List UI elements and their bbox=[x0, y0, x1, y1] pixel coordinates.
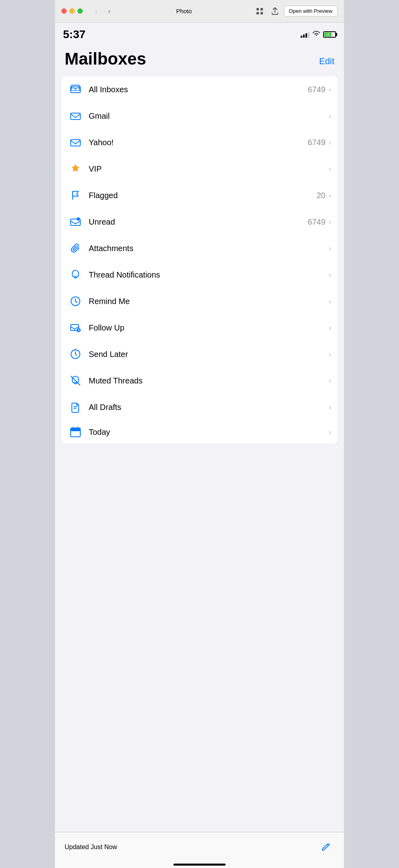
bar1 bbox=[301, 36, 302, 38]
mailbox-label: Follow Up bbox=[89, 323, 326, 333]
list-item[interactable]: Yahoo! 6749 › bbox=[61, 129, 338, 156]
mailbox-label: Flagged bbox=[89, 191, 317, 200]
list-item[interactable]: Flagged 20 › bbox=[61, 182, 338, 209]
updated-text: Updated Just Now bbox=[65, 844, 117, 851]
grid-view-icon[interactable] bbox=[253, 5, 266, 18]
all-drafts-icon bbox=[68, 400, 83, 415]
mailbox-label: VIP bbox=[89, 164, 326, 174]
minimize-button[interactable] bbox=[69, 8, 75, 14]
list-item[interactable]: Remind Me › bbox=[61, 288, 338, 314]
chevron-icon: › bbox=[329, 377, 331, 385]
chevron-icon: › bbox=[329, 165, 331, 173]
svg-rect-0 bbox=[256, 8, 259, 10]
signal-bars-icon bbox=[301, 31, 309, 38]
toolbar-title: Photo bbox=[118, 8, 250, 14]
wifi-icon bbox=[312, 30, 321, 39]
mailbox-label: Send Later bbox=[89, 350, 326, 359]
mailbox-count: 20 bbox=[317, 191, 326, 200]
thread-notifications-icon bbox=[68, 267, 83, 282]
list-item[interactable]: Unread 6749 › bbox=[61, 209, 338, 235]
flagged-icon bbox=[68, 188, 83, 203]
status-time: 5:37 bbox=[63, 28, 86, 41]
unread-icon bbox=[68, 214, 83, 229]
chevron-icon: › bbox=[329, 350, 331, 359]
chevron-icon: › bbox=[329, 191, 331, 200]
list-item[interactable]: Thread Notifications › bbox=[61, 262, 338, 288]
today-icon bbox=[68, 424, 83, 440]
remind-me-icon bbox=[68, 294, 83, 309]
mailbox-list: All Inboxes 6749 › Gmail › bbox=[61, 76, 338, 444]
gmail-icon bbox=[68, 108, 83, 124]
svg-rect-7 bbox=[71, 140, 80, 146]
edit-button[interactable]: Edit bbox=[319, 56, 334, 67]
mailbox-label: Attachments bbox=[89, 244, 326, 253]
content-area: Mailboxes Edit All Inboxes 6749 › bbox=[55, 47, 344, 849]
list-item[interactable]: Send Later › bbox=[61, 341, 338, 367]
mailbox-label: Muted Threads bbox=[89, 376, 326, 385]
svg-point-9 bbox=[77, 217, 80, 221]
mailbox-label: Thread Notifications bbox=[89, 270, 326, 280]
svg-rect-6 bbox=[71, 113, 80, 120]
chevron-icon: › bbox=[329, 271, 331, 279]
mailbox-count: 6749 bbox=[308, 217, 326, 227]
mac-toolbar: ‹ › Photo Open with Preview bbox=[55, 0, 344, 22]
list-item[interactable]: Muted Threads › bbox=[61, 367, 338, 394]
home-indicator bbox=[173, 864, 226, 866]
all-inboxes-icon bbox=[68, 82, 83, 97]
compose-button[interactable] bbox=[318, 839, 334, 855]
chevron-icon: › bbox=[329, 85, 331, 94]
header-row: Mailboxes Edit bbox=[55, 47, 344, 73]
svg-rect-15 bbox=[71, 428, 80, 431]
battery-icon: ⚡ bbox=[323, 31, 336, 38]
list-item[interactable]: Today › bbox=[61, 420, 338, 444]
mailbox-label: Remind Me bbox=[89, 297, 326, 306]
follow-up-icon bbox=[68, 320, 83, 335]
bar3 bbox=[305, 33, 307, 38]
yahoo-icon bbox=[68, 135, 83, 150]
chevron-icon: › bbox=[329, 138, 331, 147]
list-item[interactable]: Attachments › bbox=[61, 235, 338, 262]
svg-rect-3 bbox=[261, 12, 263, 14]
mailbox-count: 6749 bbox=[308, 85, 326, 94]
back-arrow[interactable]: ‹ bbox=[91, 6, 102, 17]
traffic-lights bbox=[61, 8, 83, 14]
list-item[interactable]: Follow Up › bbox=[61, 314, 338, 341]
mailbox-label: Today bbox=[89, 428, 326, 437]
bar2 bbox=[303, 34, 305, 38]
mailbox-label: Unread bbox=[89, 217, 308, 227]
maximize-button[interactable] bbox=[77, 8, 83, 14]
mailbox-label: All Drafts bbox=[89, 403, 326, 412]
attachments-icon bbox=[68, 241, 83, 256]
bottom-bar: Updated Just Now bbox=[55, 832, 344, 868]
chevron-icon: › bbox=[329, 218, 331, 226]
vip-star-icon bbox=[68, 161, 83, 176]
mailbox-label: All Inboxes bbox=[89, 85, 308, 94]
share-icon[interactable] bbox=[269, 5, 281, 18]
chevron-icon: › bbox=[329, 428, 331, 436]
chevron-icon: › bbox=[329, 244, 331, 253]
list-item[interactable]: Gmail › bbox=[61, 103, 338, 129]
chevron-icon: › bbox=[329, 324, 331, 332]
chevron-icon: › bbox=[329, 297, 331, 306]
list-item[interactable]: VIP › bbox=[61, 156, 338, 182]
nav-arrows: ‹ › bbox=[91, 6, 115, 17]
close-button[interactable] bbox=[61, 8, 67, 14]
mailbox-count: 6749 bbox=[308, 138, 326, 147]
svg-rect-2 bbox=[256, 12, 259, 14]
open-preview-button[interactable]: Open with Preview bbox=[284, 6, 338, 16]
mailbox-label: Gmail bbox=[89, 112, 326, 121]
forward-arrow[interactable]: › bbox=[104, 6, 115, 17]
status-icons: ⚡ bbox=[301, 30, 336, 39]
bar4 bbox=[308, 32, 309, 38]
list-item[interactable]: All Inboxes 6749 › bbox=[61, 76, 338, 103]
send-later-icon bbox=[68, 347, 83, 362]
muted-threads-icon bbox=[68, 373, 83, 388]
chevron-icon: › bbox=[329, 112, 331, 120]
mailbox-label: Yahoo! bbox=[89, 138, 308, 147]
page-title: Mailboxes bbox=[65, 50, 146, 68]
chevron-icon: › bbox=[329, 403, 331, 412]
svg-rect-1 bbox=[261, 8, 263, 10]
toolbar-icons: Open with Preview bbox=[253, 5, 338, 18]
list-item[interactable]: All Drafts › bbox=[61, 394, 338, 420]
status-bar: 5:37 ⚡ bbox=[55, 22, 344, 47]
